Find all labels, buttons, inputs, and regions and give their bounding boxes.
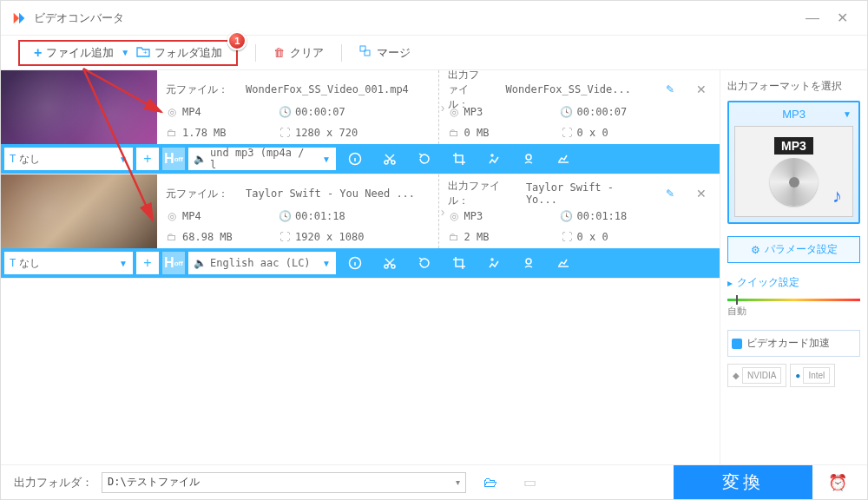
plus-icon: + xyxy=(34,45,42,61)
file-item: 元ファイル：WonderFox_SS_Video_001.mp4 ◎MP4 🕓0… xyxy=(1,70,720,174)
browse-folder-button[interactable]: 🗁 xyxy=(475,475,506,490)
crop-icon[interactable] xyxy=(444,152,475,166)
quick-settings-label: ▸クイック設定 xyxy=(727,275,860,290)
merge-button[interactable]: マージ xyxy=(359,45,411,61)
chevron-down-icon: ▼ xyxy=(843,109,852,119)
effects-icon[interactable] xyxy=(478,256,510,270)
filter-icon[interactable] xyxy=(548,152,579,166)
output-format-title: 出力フォーマットを選択 xyxy=(727,79,860,94)
add-buttons-group: +ファイル追加 ▼ +フォルダ追加 1 xyxy=(18,40,238,66)
resolution-icon: ⛶ xyxy=(561,231,573,243)
music-note-icon: ♪ xyxy=(832,185,842,207)
merge-icon xyxy=(359,45,372,60)
svg-text:+: + xyxy=(143,49,148,56)
edit-icon[interactable]: ✎ xyxy=(666,83,674,95)
rotate-icon[interactable] xyxy=(409,152,440,166)
svg-point-13 xyxy=(526,155,531,160)
output-folder-label: 出力フォルダ： xyxy=(14,475,93,490)
hardcode-toggle[interactable]: Hoff xyxy=(162,252,185,274)
edit-icon[interactable]: ✎ xyxy=(666,188,674,200)
quality-slider[interactable] xyxy=(727,299,860,301)
clock-icon: 🕓 xyxy=(279,210,291,222)
disc-icon: ◎ xyxy=(166,210,178,222)
svg-point-12 xyxy=(491,155,493,156)
folder-icon: 🗀 xyxy=(448,127,460,139)
trash-icon: 🗑 xyxy=(273,46,285,59)
step-badge: 1 xyxy=(227,31,247,50)
folder-plus-icon: + xyxy=(136,45,150,60)
filter-icon[interactable] xyxy=(548,256,579,270)
close-button[interactable]: ✕ xyxy=(828,10,857,26)
output-path-input[interactable]: D:\テストファイル▾ xyxy=(102,472,466,493)
resolution-icon: ⛶ xyxy=(279,127,291,139)
cut-icon[interactable] xyxy=(374,152,405,166)
add-folder-button[interactable]: +フォルダ追加 xyxy=(129,45,229,61)
remove-item-button[interactable]: ✕ xyxy=(692,187,711,201)
folder-icon: 🗀 xyxy=(166,127,178,139)
add-file-button[interactable]: +ファイル追加 xyxy=(27,45,121,61)
convert-button[interactable]: 変換 xyxy=(674,465,812,500)
open-output-button[interactable]: ▭ xyxy=(515,474,545,490)
window-title: ビデオコンバータ xyxy=(34,10,797,26)
schedule-button[interactable]: ⏰ xyxy=(821,473,854,492)
thumbnail[interactable] xyxy=(1,174,157,248)
clock-icon: 🕓 xyxy=(279,106,291,118)
param-settings-button[interactable]: ⚙パラメータ設定 xyxy=(727,236,860,263)
output-format-button[interactable]: MP3▼ MP3 ♪ xyxy=(727,101,860,224)
clear-button[interactable]: 🗑クリア xyxy=(273,45,324,61)
watermark-icon[interactable] xyxy=(513,152,544,166)
add-subtitle-button[interactable]: + xyxy=(136,252,159,274)
intel-badge: ●Intel xyxy=(790,364,835,387)
app-logo-icon xyxy=(11,10,27,26)
add-file-dropdown[interactable]: ▼ xyxy=(121,48,129,57)
arrow-right-icon: › xyxy=(441,101,445,115)
audio-track-select[interactable]: 🔈English aac (LC)▼ xyxy=(188,252,336,274)
format-preview: MP3 ♪ xyxy=(734,126,853,217)
crop-icon[interactable] xyxy=(444,256,475,270)
folder-icon: 🗀 xyxy=(166,231,178,243)
subtitle-select[interactable]: Tなし▼ xyxy=(4,252,133,274)
hardcode-toggle[interactable]: Hoff xyxy=(162,148,185,170)
remove-item-button[interactable]: ✕ xyxy=(692,82,711,96)
svg-point-23 xyxy=(526,259,531,264)
effects-icon[interactable] xyxy=(478,152,510,166)
resolution-icon: ⛶ xyxy=(561,127,573,139)
disc-icon: ◎ xyxy=(448,106,460,118)
minimize-button[interactable]: — xyxy=(797,10,828,26)
disc-icon: ◎ xyxy=(448,210,460,222)
add-subtitle-button[interactable]: + xyxy=(136,148,159,170)
svg-point-22 xyxy=(491,259,493,260)
thumbnail[interactable] xyxy=(1,70,157,144)
nvidia-badge: ◆NVIDIA xyxy=(727,364,786,387)
chip-icon xyxy=(732,339,742,349)
clock-icon: 🕓 xyxy=(561,106,573,118)
subtitle-select[interactable]: Tなし▼ xyxy=(4,148,133,170)
info-icon[interactable] xyxy=(339,256,371,270)
disc-icon: ◎ xyxy=(166,106,178,118)
watermark-icon[interactable] xyxy=(513,256,544,270)
cut-icon[interactable] xyxy=(374,256,405,270)
info-icon[interactable] xyxy=(339,152,371,166)
folder-icon: 🗀 xyxy=(448,231,460,243)
audio-track-select[interactable]: 🔈und mp3 (mp4a / l▼ xyxy=(188,148,336,170)
arrow-right-icon: › xyxy=(441,205,445,219)
rotate-icon[interactable] xyxy=(409,256,440,270)
file-item: 元ファイル：Taylor Swift - You Need ... ◎MP4 🕓… xyxy=(1,174,720,279)
clock-icon: 🕓 xyxy=(561,210,573,222)
sliders-icon: ⚙ xyxy=(751,244,760,256)
resolution-icon: ⛶ xyxy=(279,231,291,243)
gpu-accel-toggle[interactable]: ビデオカード加速 xyxy=(727,330,860,357)
